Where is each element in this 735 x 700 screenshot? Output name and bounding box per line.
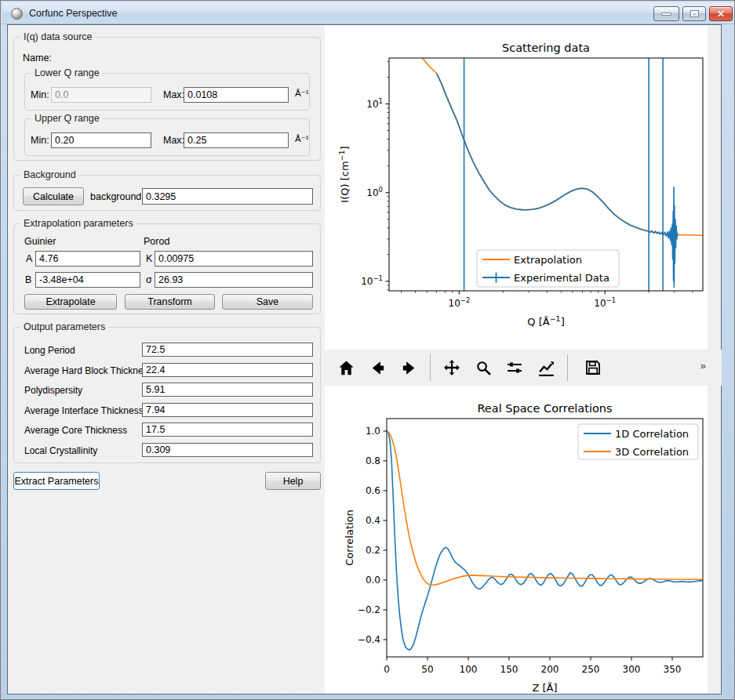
app-icon	[11, 8, 23, 20]
extract-parameters-button[interactable]: Extract Parameters	[13, 472, 100, 490]
svg-text:3D Correlation: 3D Correlation	[615, 446, 689, 458]
minimize-button[interactable]	[653, 6, 679, 21]
line-chart-icon[interactable]	[534, 354, 558, 381]
porod-k-input[interactable]	[155, 251, 313, 267]
svg-text:50: 50	[421, 664, 433, 675]
local-crystallinity-input[interactable]	[142, 443, 313, 457]
toolbar-overflow-chevron[interactable]: »	[700, 360, 706, 372]
upper-max-label: Max:	[163, 135, 184, 146]
svg-text:0: 0	[384, 664, 390, 675]
scattering-figure[interactable]: 10−210−110110010−1Scattering dataQ [Å−1]…	[325, 25, 708, 350]
guinier-b-input[interactable]	[35, 272, 140, 288]
svg-text:Experimental Data: Experimental Data	[514, 272, 609, 284]
help-button[interactable]: Help	[265, 472, 321, 490]
avg-hard-block-input[interactable]	[142, 363, 313, 377]
lower-max-label: Max:	[163, 89, 184, 100]
avg-interface-input[interactable]	[142, 403, 313, 417]
upper-max-input[interactable]	[184, 132, 289, 148]
svg-text:100: 100	[460, 664, 478, 675]
lower-q-unit: Å⁻¹	[295, 88, 309, 99]
upper-q-range-title: Upper Q range	[31, 113, 103, 124]
svg-text:−0.4: −0.4	[358, 634, 380, 645]
output-row-label: Local Crystallinity	[24, 445, 97, 456]
svg-text:0.8: 0.8	[366, 455, 380, 466]
porod-k-label: K	[146, 253, 152, 264]
guinier-a-input[interactable]	[35, 251, 140, 267]
porod-sigma-input[interactable]	[155, 272, 313, 288]
svg-text:0.2: 0.2	[366, 545, 380, 556]
guinier-b-label: B	[25, 274, 31, 285]
svg-text:101: 101	[366, 97, 383, 110]
lower-max-input[interactable]	[184, 87, 289, 103]
output-group-title: Output parameters	[20, 321, 108, 332]
svg-text:Extrapolation: Extrapolation	[514, 254, 582, 266]
save-button[interactable]: Save	[222, 294, 313, 310]
svg-text:0.6: 0.6	[366, 485, 380, 496]
background-label: background	[90, 191, 141, 202]
porod-label: Porod	[144, 236, 169, 247]
svg-text:150: 150	[500, 664, 519, 675]
save-icon[interactable]	[581, 354, 605, 381]
close-button[interactable]: ✕	[709, 6, 733, 21]
svg-text:10−1: 10−1	[594, 296, 616, 309]
correlations-figure[interactable]: 0501001502002503003501.00.80.60.40.20.0−…	[325, 386, 708, 694]
svg-text:100: 100	[366, 186, 383, 198]
sliders-icon[interactable]	[503, 354, 526, 381]
output-row-label: Average Hard Block Thickness	[24, 365, 153, 376]
close-icon: ✕	[717, 9, 725, 19]
output-row-label: Average Interface Thickness	[24, 405, 144, 416]
svg-text:0.4: 0.4	[366, 515, 380, 526]
minimize-icon	[661, 13, 671, 16]
svg-text:0.0: 0.0	[366, 575, 380, 586]
output-row-label: Average Core Thickness	[24, 425, 127, 436]
svg-text:1D Correlation: 1D Correlation	[615, 428, 689, 440]
svg-text:−0.2: −0.2	[358, 604, 380, 615]
svg-text:Real Space Correlations: Real Space Correlations	[477, 402, 612, 415]
upper-min-input[interactable]	[51, 132, 151, 148]
background-group-title: Background	[20, 169, 79, 180]
maximize-button[interactable]	[682, 6, 706, 21]
svg-text:Z [Å]: Z [Å]	[532, 682, 557, 694]
forward-icon[interactable]	[397, 354, 420, 381]
svg-text:300: 300	[623, 664, 641, 675]
svg-text:350: 350	[664, 664, 682, 675]
transform-button[interactable]: Transform	[125, 294, 215, 310]
extrapolation-group-title: Extrapolation parameters	[20, 218, 136, 229]
window-title: Corfunc Perspective	[29, 8, 118, 19]
guinier-label: Guinier	[24, 236, 56, 247]
polydispersity-input[interactable]	[142, 383, 313, 397]
toolbar-separator	[567, 354, 568, 381]
output-row-label: Long Period	[24, 345, 75, 356]
titlebar[interactable]: Corfunc Perspective	[2, 2, 734, 24]
output-row-label: Polydispersity	[24, 385, 82, 396]
matplotlib-toolbar: »	[326, 350, 722, 386]
home-icon[interactable]	[334, 354, 358, 381]
svg-text:250: 250	[582, 664, 600, 675]
svg-text:I(Q) [cm−1]: I(Q) [cm−1]	[337, 146, 351, 202]
maximize-icon	[690, 10, 699, 17]
svg-text:200: 200	[541, 664, 559, 675]
long-period-input[interactable]	[142, 343, 313, 357]
lower-min-input[interactable]	[51, 87, 151, 103]
upper-q-unit: Å⁻¹	[295, 133, 309, 144]
avg-core-input[interactable]	[142, 423, 313, 437]
lower-min-label: Min:	[31, 89, 49, 100]
upper-min-label: Min:	[31, 135, 49, 146]
extrapolate-button[interactable]: Extrapolate	[24, 294, 117, 310]
guinier-a-label: A	[26, 253, 32, 264]
svg-text:Q [Å−1]: Q [Å−1]	[527, 314, 564, 328]
name-label: Name:	[23, 53, 52, 63]
svg-text:1.0: 1.0	[366, 426, 380, 437]
lower-q-range-title: Lower Q range	[31, 67, 103, 78]
toolbar-separator	[430, 354, 431, 381]
svg-text:Correlation: Correlation	[344, 510, 355, 566]
zoom-icon[interactable]	[471, 354, 495, 381]
pan-icon[interactable]	[440, 354, 464, 381]
back-icon[interactable]	[366, 354, 389, 381]
calculate-button[interactable]: Calculate	[23, 187, 84, 205]
svg-text:10−1: 10−1	[361, 274, 383, 287]
background-input[interactable]	[142, 188, 313, 205]
iq-group-title: I(q) data source	[20, 31, 96, 42]
svg-text:10−2: 10−2	[449, 296, 471, 309]
corfunc-perspective-window: Corfunc Perspective ✕ I(q) data source N…	[0, 0, 735, 700]
